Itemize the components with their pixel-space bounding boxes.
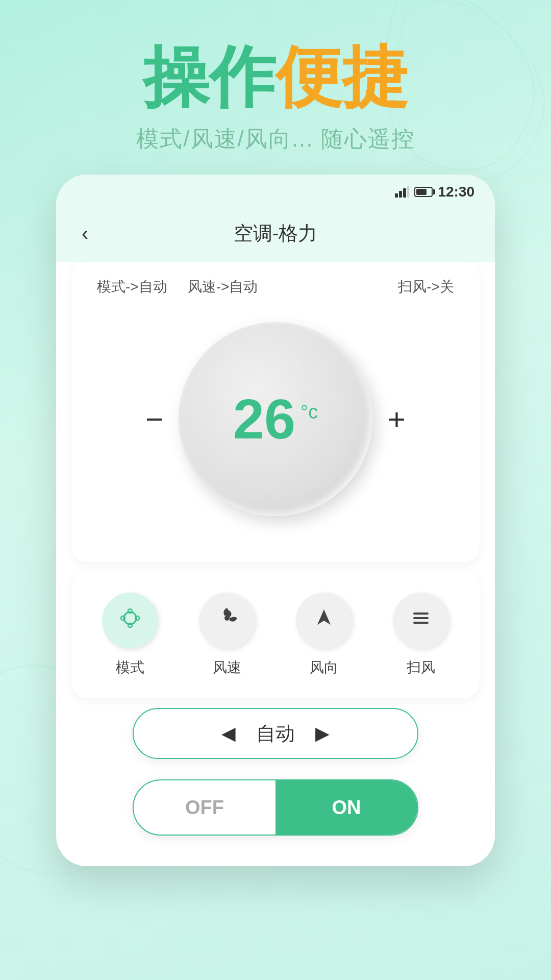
fan-icon-circle (199, 593, 255, 649)
svg-rect-0 (395, 193, 398, 198)
sweep-icon (408, 605, 434, 636)
app-header: ‹ 空调-格力 (56, 205, 495, 262)
svg-rect-2 (403, 188, 406, 198)
direction-icon-circle (296, 593, 352, 649)
ac-status-left: 模式->自动 风速->自动 (97, 277, 258, 297)
svg-point-4 (124, 612, 136, 624)
mode-prev-arrow[interactable]: ◀ (221, 723, 236, 744)
toggle-on-label[interactable]: ON (276, 780, 417, 835)
svg-rect-13 (413, 622, 429, 624)
svg-rect-1 (399, 191, 402, 198)
direction-icon (311, 605, 337, 636)
power-toggle[interactable]: OFF ON (133, 779, 418, 836)
control-buttons: 模式 风速 (71, 572, 480, 698)
hero-title-green: 操作 (143, 40, 276, 114)
svg-marker-10 (317, 609, 331, 625)
ac-status-row: 模式->自动 风速->自动 扫风->关 (97, 277, 454, 297)
svg-point-7 (121, 616, 125, 620)
mode-selector[interactable]: ◀ 自动 ▶ (133, 708, 418, 759)
ac-panel: 模式->自动 风速->自动 扫风->关 − 26 °c + (71, 262, 480, 562)
mode-next-arrow[interactable]: ▶ (315, 723, 330, 744)
svg-rect-11 (413, 612, 429, 615)
temp-minus-button[interactable]: − (130, 402, 179, 437)
temp-plus-button[interactable]: + (372, 402, 421, 437)
sweep-button[interactable]: 扫风 (393, 593, 449, 677)
temp-dial: 26 °c (179, 322, 372, 516)
status-time: 12:30 (438, 184, 474, 200)
svg-point-6 (128, 623, 132, 627)
fan-speed-label: 风速 (213, 658, 241, 677)
hero-subtitle: 模式/风速/风向... 随心遥控 (0, 124, 551, 154)
svg-rect-12 (413, 617, 429, 619)
sweep-status: 扫风->关 (398, 277, 454, 297)
fan-icon (214, 605, 240, 636)
app-title: 空调-格力 (234, 220, 318, 247)
status-bar: 12:30 (56, 175, 495, 205)
hero-section: 操作便捷 模式/风速/风向... 随心遥控 (0, 0, 551, 175)
temp-value: 26 (233, 391, 295, 447)
hero-title-orange: 便捷 (276, 40, 408, 114)
mode-label: 模式 (116, 658, 144, 677)
mode-button[interactable]: 模式 (102, 593, 158, 677)
temp-display: 26 °c (233, 391, 318, 447)
svg-point-5 (128, 609, 132, 613)
temp-dial-container: − 26 °c + (97, 312, 454, 536)
mode-status: 模式->自动 (97, 277, 167, 297)
back-button[interactable]: ‹ (82, 222, 88, 245)
wind-direction-label: 风向 (310, 658, 338, 677)
sweep-label: 扫风 (407, 658, 435, 677)
battery-icon (414, 187, 433, 197)
signal-icon (395, 186, 409, 198)
mode-icon-circle (102, 593, 158, 649)
temp-unit: °c (300, 401, 318, 423)
toggle-off-label[interactable]: OFF (134, 787, 276, 829)
svg-rect-3 (407, 186, 409, 198)
wind-direction-button[interactable]: 风向 (296, 593, 352, 677)
mode-icon (117, 605, 143, 636)
status-icons: 12:30 (395, 184, 474, 200)
fan-speed-button[interactable]: 风速 (199, 593, 255, 677)
hero-title: 操作便捷 (0, 41, 551, 114)
wind-status: 风速->自动 (188, 277, 258, 297)
mode-current-text: 自动 (256, 721, 295, 747)
phone-mockup: 12:30 ‹ 空调-格力 模式->自动 风速->自动 扫风->关 − 26 °… (56, 175, 495, 866)
sweep-icon-circle (393, 593, 449, 649)
svg-point-8 (135, 616, 139, 620)
